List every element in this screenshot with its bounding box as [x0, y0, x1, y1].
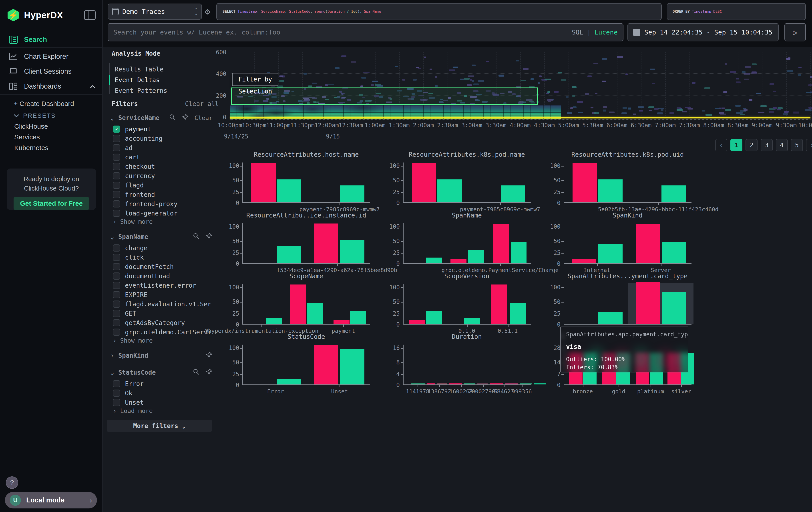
filter-option-expire[interactable]: EXPIRE [113, 290, 211, 299]
selection-rectangle[interactable] [231, 87, 538, 105]
sidebar-item-dashboards[interactable]: Dashboards [0, 79, 102, 93]
filter-option-grpc-oteldemo-cartservic-[interactable]: grpc.oteldemo.CartServic… [113, 328, 211, 336]
outlier-bar[interactable] [636, 282, 660, 324]
outlier-bar[interactable] [334, 320, 350, 324]
inlier-bar[interactable] [437, 180, 462, 203]
clear-all-button[interactable]: Clear all [185, 100, 219, 108]
search-icon[interactable] [169, 113, 176, 122]
create-dashboard-button[interactable]: + Create Dashboard [0, 98, 102, 110]
inlier-bar[interactable] [501, 185, 525, 203]
show-more-link[interactable]: › Show more [113, 337, 153, 344]
filter-option-flagd[interactable]: flagd [113, 181, 211, 190]
page-button-1[interactable]: 1 [730, 139, 743, 152]
filter-option-cart[interactable]: cart [113, 153, 211, 162]
lucene-mode-toggle[interactable]: Lucene [594, 28, 618, 36]
checkbox[interactable] [113, 319, 120, 326]
checkbox[interactable] [113, 163, 120, 170]
checkbox[interactable] [113, 135, 120, 142]
filter-option-documentfetch[interactable]: documentFetch [113, 262, 211, 271]
inlier-bar[interactable] [277, 180, 301, 203]
search-input[interactable]: Search your events w/ Lucene ex. column:… [108, 23, 624, 42]
filter-option-currency[interactable]: currency [113, 171, 211, 180]
chevron-down-icon[interactable]: ⌄ [110, 369, 118, 376]
chevron-right-icon[interactable]: › [110, 352, 118, 359]
filter-option-ok[interactable]: Ok [113, 389, 211, 398]
outlier-bar[interactable] [491, 285, 508, 324]
filter-option-eventlistener-error[interactable]: eventListener.error [113, 281, 211, 290]
pin-icon[interactable] [182, 113, 189, 122]
inlier-bar[interactable] [277, 246, 301, 263]
checkbox[interactable] [113, 200, 120, 208]
page-button-5[interactable]: 5 [791, 139, 803, 152]
page-button-4[interactable]: 4 [776, 139, 788, 152]
checkbox[interactable] [113, 144, 120, 152]
analysis-mode-results-table[interactable]: Results Table [115, 64, 164, 75]
prev-page-button[interactable]: ‹ [715, 139, 727, 152]
collapse-sidebar-icon[interactable] [84, 10, 96, 20]
analysis-mode-event-deltas[interactable]: Event Deltas [115, 75, 160, 85]
search-icon[interactable] [193, 233, 200, 241]
inlier-bar[interactable] [464, 318, 480, 324]
checkbox[interactable] [113, 191, 120, 198]
sidebar-item-chart-explorer[interactable]: Chart Explorer [0, 49, 102, 64]
inlier-bar[interactable] [662, 185, 686, 203]
inlier-bar[interactable] [468, 250, 484, 263]
show-more-link[interactable]: › Show more [113, 218, 153, 225]
filter-option-error[interactable]: Error [113, 379, 211, 388]
chevron-down-icon[interactable]: ⌄ [110, 114, 118, 122]
inlier-bar[interactable] [511, 242, 527, 263]
inlier-bar[interactable] [598, 312, 622, 324]
filter-option-get[interactable]: GET [113, 309, 211, 318]
next-page-button[interactable]: › [806, 139, 812, 152]
filter-option-click[interactable]: click [113, 253, 211, 262]
outlier-bar[interactable] [412, 163, 436, 203]
outlier-bar[interactable] [290, 285, 306, 324]
inlier-bar[interactable] [277, 379, 301, 384]
sidebar-item-kubernetes[interactable]: Kubernetes [0, 141, 102, 154]
filter-option-checkout[interactable]: checkout [113, 162, 211, 171]
local-mode-menu[interactable]: U Local mode › [5, 492, 97, 508]
checkbox[interactable] [113, 263, 120, 270]
checkbox[interactable] [113, 172, 120, 180]
outlier-bar[interactable] [314, 345, 338, 384]
outlier-bar[interactable] [409, 320, 425, 324]
filter-option-accounting[interactable]: accounting [113, 134, 211, 143]
page-button-3[interactable]: 3 [761, 139, 773, 152]
pin-icon[interactable] [205, 368, 212, 377]
filter-option-flagd-evaluation-v1-serv-[interactable]: flagd.evaluation.v1.Serv… [113, 300, 211, 308]
inlier-bar[interactable] [350, 311, 366, 324]
filter-option-ad[interactable]: ad [113, 143, 211, 152]
checkbox[interactable] [113, 282, 120, 289]
checkbox[interactable] [113, 254, 120, 261]
filter-option-frontend-proxy[interactable]: frontend-proxy [113, 199, 211, 208]
chevron-down-icon[interactable]: ⌄ [110, 233, 118, 240]
outlier-bar[interactable] [314, 223, 338, 263]
inlier-bar[interactable] [426, 258, 442, 263]
filter-option-documentload[interactable]: documentLoad [113, 272, 211, 280]
inlier-bar[interactable] [307, 303, 323, 324]
sql-select-input[interactable]: SELECT Timestamp, ServiceName, StatusCod… [216, 3, 662, 20]
filter-option-load-generator[interactable]: load-generator [113, 209, 211, 218]
sidebar-item-client-sessions[interactable]: Client Sessions [0, 64, 102, 79]
outlier-bar[interactable] [251, 163, 276, 203]
get-started-button[interactable]: Get Started for Free [13, 197, 89, 210]
filter-option-change[interactable]: change [113, 244, 211, 252]
outlier-bar[interactable] [572, 259, 596, 263]
checkbox-checked[interactable]: ✓ [113, 126, 120, 133]
filter-by-selection-button[interactable]: Filter by Selection [232, 73, 279, 86]
sql-mode-toggle[interactable]: SQL [572, 28, 583, 36]
pin-icon[interactable] [205, 351, 212, 360]
checkbox[interactable] [113, 399, 120, 406]
inlier-bar[interactable] [598, 180, 622, 203]
inlier-bar[interactable] [598, 244, 622, 263]
checkbox[interactable] [113, 182, 120, 189]
checkbox[interactable] [113, 272, 120, 279]
analysis-mode-event-patterns[interactable]: Event Patterns [115, 85, 167, 96]
outlier-bar[interactable] [493, 224, 509, 263]
filter-option-frontend[interactable]: frontend [113, 190, 211, 199]
checkbox[interactable] [113, 389, 120, 397]
order-by-input[interactable]: ORDER BY Timestamp DESC [667, 3, 806, 20]
inlier-bar[interactable] [662, 292, 686, 324]
filter-option-getadsbycategory[interactable]: getAdsByCategory [113, 318, 211, 327]
pin-icon[interactable] [205, 233, 212, 241]
